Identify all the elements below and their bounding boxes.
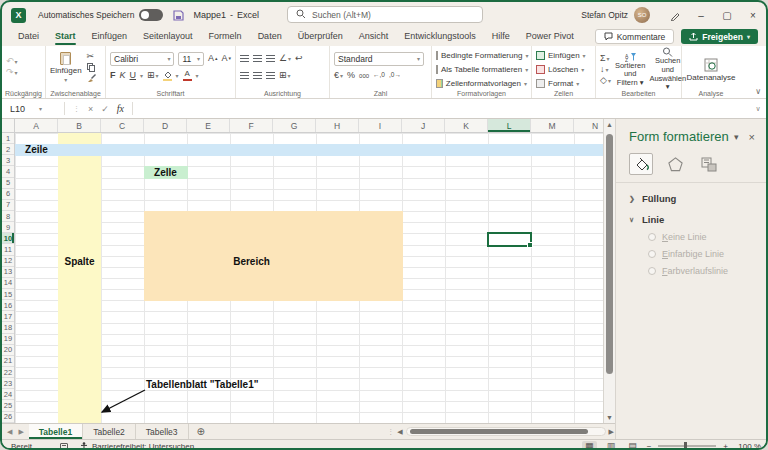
scroll-down-icon[interactable]: ▼ <box>604 414 615 421</box>
tab-formeln[interactable]: Formeln <box>201 30 250 44</box>
sort-filter-button[interactable]: AZ Sortieren und Filtern ▾ <box>615 52 645 88</box>
line-option-solid[interactable]: Einfarbige Linie <box>616 242 768 259</box>
collapse-ribbon-icon[interactable]: ∨ <box>755 87 761 96</box>
pen-icon[interactable] <box>662 2 688 28</box>
cell-styles-button[interactable]: Zellenformatvorlagen▾ <box>436 77 527 89</box>
row-header-14[interactable]: 14 <box>2 278 14 289</box>
fill-color-icon[interactable] <box>163 71 172 81</box>
line-section-toggle[interactable]: ∨Linie <box>616 204 768 225</box>
column-header-f[interactable]: F <box>230 119 273 132</box>
sheet-tab-tabelle3[interactable]: Tabelle3 <box>136 424 189 439</box>
borders-icon[interactable]: ⊞ ▾ <box>147 71 159 80</box>
insert-cells-button[interactable]: Einfügen▾ <box>536 50 591 62</box>
fill-icon[interactable]: ↓ ▾ <box>600 65 611 74</box>
user-name[interactable]: Stefan Opitz <box>581 10 628 20</box>
align-left-icon[interactable] <box>240 72 249 79</box>
format-painter-icon[interactable] <box>87 74 96 83</box>
enter-icon[interactable]: ✓ <box>101 104 109 114</box>
data-analysis-button[interactable]: Datenanalyse <box>686 50 736 89</box>
row-header-25[interactable]: 25 <box>2 400 14 411</box>
underline-button[interactable]: U <box>130 71 137 80</box>
row-header-2[interactable]: 2 <box>2 144 14 155</box>
share-button[interactable]: Freigeben ▾ <box>681 29 758 44</box>
scroll-right-icon[interactable]: ▶ <box>609 428 614 436</box>
size-properties-tool-icon[interactable] <box>697 153 721 175</box>
row-header-10[interactable]: 10 <box>2 233 14 244</box>
font-family-select[interactable]: Calibri▾ <box>110 52 174 66</box>
row-header-7[interactable]: 7 <box>2 200 14 211</box>
column-header-n[interactable]: N <box>574 119 603 132</box>
autosave-toggle[interactable] <box>139 9 163 21</box>
fill-line-tool-icon[interactable] <box>629 153 653 175</box>
line-option-none[interactable]: Keine Linie <box>616 225 768 242</box>
row-header-6[interactable]: 6 <box>2 189 14 200</box>
cut-icon[interactable]: ✂ <box>87 52 96 61</box>
tab-daten[interactable]: Daten <box>250 30 290 44</box>
row-header-5[interactable]: 5 <box>2 178 14 189</box>
vertical-scrollbar[interactable]: ▲ ▼ <box>603 119 615 423</box>
row-header-17[interactable]: 17 <box>2 311 14 322</box>
page-layout-view-icon[interactable]: ▥ <box>604 441 619 450</box>
align-right-icon[interactable] <box>266 72 275 79</box>
sheet-tab-tabelle2[interactable]: Tabelle2 <box>83 424 136 439</box>
row-header-12[interactable]: 12 <box>2 256 14 267</box>
search-box[interactable]: Suchen (Alt+M) <box>287 6 483 23</box>
comments-button[interactable]: Kommentare <box>595 29 675 44</box>
delete-cells-button[interactable]: Löschen▾ <box>536 64 591 76</box>
merge-center-icon[interactable]: ⊞ ▾ <box>279 71 291 80</box>
sheet-tab-tabelle1[interactable]: Tabelle1 <box>29 424 83 439</box>
column-header-g[interactable]: G <box>273 119 316 132</box>
row-header-13[interactable]: 13 <box>2 267 14 278</box>
thousands-icon[interactable]: 000 <box>359 73 369 79</box>
accessibility-status[interactable]: Barrierefreiheit: Untersuchen <box>92 442 194 450</box>
percent-icon[interactable]: % <box>347 71 355 80</box>
tab-einfuegen[interactable]: Einfügen <box>84 30 136 44</box>
macro-record-icon[interactable] <box>60 443 68 450</box>
row-header-21[interactable]: 21 <box>2 356 14 367</box>
wrap-text-icon[interactable]: ↩ <box>295 54 303 63</box>
row-header-26[interactable]: 26 <box>2 412 14 423</box>
orientation-icon[interactable]: ∠ ▾ <box>279 54 291 63</box>
minimize-button[interactable]: – <box>688 2 714 28</box>
selected-cell[interactable] <box>487 232 532 246</box>
normal-view-icon[interactable]: ▦ <box>582 441 597 450</box>
name-box[interactable]: L10 ▾ <box>2 99 64 118</box>
format-cells-button[interactable]: Format▾ <box>536 77 591 89</box>
italic-button[interactable]: K <box>120 71 126 80</box>
row-header-11[interactable]: 11 <box>2 244 14 255</box>
expand-formula-bar-icon[interactable]: ∨ <box>750 99 766 118</box>
zoom-slider-thumb[interactable] <box>684 442 687 450</box>
paste-button[interactable]: Einfügen ▾ <box>50 52 82 83</box>
column-header-h[interactable]: H <box>316 119 359 132</box>
tab-start[interactable]: Start <box>47 30 84 44</box>
effects-tool-icon[interactable] <box>663 153 687 175</box>
row-header-18[interactable]: 18 <box>2 322 14 333</box>
row-header-8[interactable]: 8 <box>2 211 14 222</box>
horizontal-scrollbar[interactable] <box>406 427 606 436</box>
copy-icon[interactable] <box>87 63 96 72</box>
fill-section-toggle[interactable]: ❯Füllung <box>616 183 768 204</box>
decrease-decimal-icon[interactable]: ,0→ <box>389 72 401 79</box>
row-header-16[interactable]: 16 <box>2 300 14 311</box>
row-header-22[interactable]: 22 <box>2 367 14 378</box>
column-header-c[interactable]: C <box>101 119 144 132</box>
shrink-font-icon[interactable]: A▾ <box>221 54 231 63</box>
grow-font-icon[interactable]: A▴ <box>208 54 218 63</box>
save-icon[interactable] <box>173 10 184 21</box>
sheet-nav-right-icon[interactable]: ▶ <box>18 428 23 436</box>
format-as-table-button[interactable]: Als Tabelle formatieren▾ <box>436 64 527 76</box>
tab-ansicht[interactable]: Ansicht <box>351 30 397 44</box>
maximize-button[interactable]: ▢ <box>714 2 740 28</box>
column-header-b[interactable]: B <box>58 119 101 132</box>
user-avatar[interactable]: SO <box>634 7 650 23</box>
font-size-select[interactable]: 11▾ <box>178 52 204 66</box>
column-header-e[interactable]: E <box>187 119 230 132</box>
column-header-j[interactable]: J <box>402 119 445 132</box>
row-header-24[interactable]: 24 <box>2 389 14 400</box>
cells-area[interactable]: Zeile Spalte Zelle Bereich <box>15 133 603 423</box>
zoom-in-icon[interactable]: + <box>723 442 728 450</box>
undo-icon[interactable]: ↶ ▾ <box>6 57 41 66</box>
align-bottom-icon[interactable] <box>266 55 275 62</box>
align-middle-icon[interactable] <box>253 55 262 62</box>
name-box-dropdown-icon[interactable]: ▾ <box>39 105 42 112</box>
